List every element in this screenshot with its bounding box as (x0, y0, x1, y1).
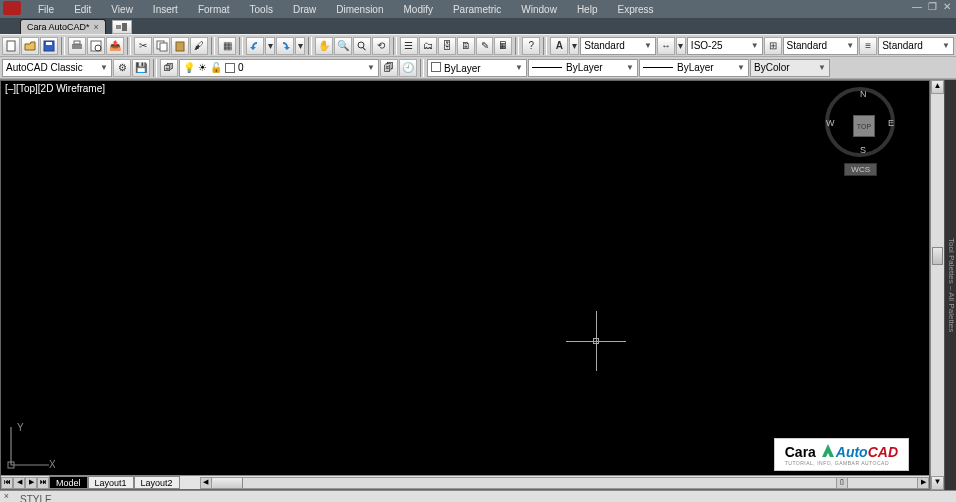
redo-dropdown-icon[interactable]: ▾ (295, 37, 305, 55)
minimize-button[interactable]: — (909, 1, 925, 12)
menu-dimension[interactable]: Dimension (326, 2, 393, 17)
vertical-scrollbar[interactable]: ▲ ▼ (930, 80, 944, 490)
pan-icon[interactable]: ✋ (315, 37, 333, 55)
layout2-tab[interactable]: Layout2 (134, 476, 180, 489)
workspace-save-icon[interactable]: 💾 (132, 59, 150, 77)
app-icon[interactable] (3, 1, 21, 15)
command-history: STYLE (0, 491, 956, 502)
ml-style-icon[interactable]: ≡ (859, 37, 877, 55)
print-icon[interactable] (68, 37, 86, 55)
menu-view[interactable]: View (101, 2, 143, 17)
undo-dropdown-icon[interactable]: ▾ (265, 37, 275, 55)
menu-tools[interactable]: Tools (240, 2, 283, 17)
hscroll-left-button[interactable]: ◀ (200, 477, 212, 489)
layer-state-icon[interactable]: 🗐 (380, 59, 398, 77)
layer-prev-icon[interactable]: 🕘 (399, 59, 417, 77)
copy-icon[interactable] (153, 37, 171, 55)
menu-express[interactable]: Express (607, 2, 663, 17)
block-editor-icon[interactable]: ▦ (218, 37, 236, 55)
menu-window[interactable]: Window (511, 2, 567, 17)
vscroll-down-button[interactable]: ▼ (931, 476, 944, 490)
vscroll-thumb[interactable] (932, 247, 943, 265)
separator (211, 37, 215, 55)
menu-parametric[interactable]: Parametric (443, 2, 511, 17)
dim-style-icon[interactable]: ↔ (657, 37, 675, 55)
zoom-previous-icon[interactable]: ⟲ (372, 37, 390, 55)
dim-style-dropdown[interactable]: ▾ (676, 37, 686, 55)
menu-format[interactable]: Format (188, 2, 240, 17)
tool-palette-sidebar[interactable]: Tool Palettes – All Palettes (944, 80, 956, 490)
file-tab[interactable]: Cara AutoCAD* × (20, 19, 106, 34)
menu-modify[interactable]: Modify (394, 2, 443, 17)
standard-toolbar: 📤 ✂ 🖌 ▦ ▾ ▾ ✋ 🔍 ⟲ ☰ 🗂 🗄 🗎 ✎ 🖩 ? A ▾ Stan… (0, 35, 956, 57)
zoom-window-icon[interactable] (353, 37, 371, 55)
hscroll-split-button[interactable]: ▯ (836, 477, 848, 489)
zoom-realtime-icon[interactable]: 🔍 (334, 37, 352, 55)
text-style-icon[interactable]: A (550, 37, 568, 55)
color-combo[interactable]: ByLayer ▼ (427, 59, 527, 77)
markup-icon[interactable]: ✎ (476, 37, 494, 55)
svg-rect-5 (72, 44, 82, 49)
properties-icon[interactable]: ☰ (400, 37, 418, 55)
layout-prev-button[interactable]: ◀ (13, 477, 25, 489)
quick-view-button[interactable] (112, 20, 132, 34)
file-tab-close-icon[interactable]: × (94, 22, 99, 32)
menu-edit[interactable]: Edit (64, 2, 101, 17)
view-cube[interactable]: N S W E TOP (825, 87, 895, 157)
lineweight-combo[interactable]: ByLayer ▼ (639, 59, 749, 77)
quickcalc-icon[interactable]: 🖩 (494, 37, 512, 55)
workspace-combo[interactable]: AutoCAD Classic▼ (2, 59, 112, 77)
save-icon[interactable] (40, 37, 58, 55)
drawing-canvas[interactable]: [–][Top][2D Wireframe] N S W E TOP WCS Y… (0, 80, 930, 490)
model-tab[interactable]: Model (49, 476, 88, 489)
layout-next-button[interactable]: ▶ (25, 477, 37, 489)
layout1-tab[interactable]: Layout1 (88, 476, 134, 489)
hscroll-thumb[interactable] (213, 478, 243, 488)
text-style-combo[interactable]: Standard▼ (580, 37, 656, 55)
viewcube-west[interactable]: W (826, 118, 835, 128)
viewcube-east[interactable]: E (888, 118, 894, 128)
menu-help[interactable]: Help (567, 2, 608, 17)
publish-icon[interactable]: 📤 (106, 37, 124, 55)
sheet-set-icon[interactable]: 🗎 (457, 37, 475, 55)
paste-icon[interactable] (171, 37, 189, 55)
layer-combo[interactable]: 💡 ☀ 🔓 0 ▼ (179, 59, 379, 77)
ml-style-combo[interactable]: Standard▼ (878, 37, 954, 55)
dim-style-combo[interactable]: ISO-25▼ (687, 37, 763, 55)
help-icon[interactable]: ? (522, 37, 540, 55)
menu-draw[interactable]: Draw (283, 2, 326, 17)
redo-icon[interactable] (276, 37, 294, 55)
wcs-label[interactable]: WCS (844, 163, 877, 176)
match-prop-icon[interactable]: 🖌 (190, 37, 208, 55)
viewcube-south[interactable]: S (860, 145, 866, 155)
layer-props-icon[interactable]: 🗊 (160, 59, 178, 77)
open-icon[interactable] (21, 37, 39, 55)
layout-last-button[interactable]: ⏭ (37, 477, 49, 489)
tool-palette-icon[interactable]: 🗄 (438, 37, 456, 55)
restore-button[interactable]: ❐ (925, 1, 940, 12)
horizontal-scrollbar[interactable]: ◀ ▯ ▶ (200, 477, 929, 489)
new-icon[interactable] (2, 37, 20, 55)
command-close-icon[interactable]: × (1, 491, 12, 502)
hscroll-right-button[interactable]: ▶ (917, 477, 929, 489)
cut-icon[interactable]: ✂ (134, 37, 152, 55)
menu-insert[interactable]: Insert (143, 2, 188, 17)
table-style-icon[interactable]: ⊞ (764, 37, 782, 55)
layout-first-button[interactable]: ⏮ (1, 477, 13, 489)
viewport-label[interactable]: [–][Top][2D Wireframe] (5, 83, 105, 94)
undo-icon[interactable] (246, 37, 264, 55)
workspace-settings-icon[interactable]: ⚙ (113, 59, 131, 77)
design-center-icon[interactable]: 🗂 (419, 37, 437, 55)
plotstyle-combo[interactable]: ByColor▼ (750, 59, 830, 77)
viewcube-face[interactable]: TOP (853, 115, 875, 137)
close-button[interactable]: ✕ (940, 1, 954, 12)
svg-rect-1 (122, 23, 127, 31)
linetype-combo[interactable]: ByLayer ▼ (528, 59, 638, 77)
text-style-dropdown[interactable]: ▾ (569, 37, 579, 55)
svg-rect-0 (116, 25, 121, 29)
table-style-combo[interactable]: Standard▼ (783, 37, 859, 55)
plot-preview-icon[interactable] (87, 37, 105, 55)
menu-file[interactable]: File (28, 2, 64, 17)
viewcube-north[interactable]: N (860, 89, 867, 99)
vscroll-up-button[interactable]: ▲ (931, 80, 944, 94)
